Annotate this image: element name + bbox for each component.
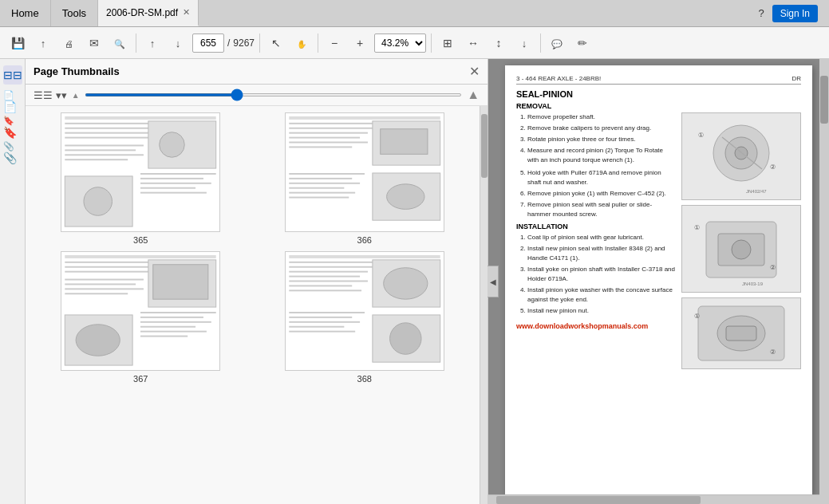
svg-text:①: ① bbox=[694, 224, 700, 231]
zoom-out-button[interactable] bbox=[323, 32, 345, 54]
thumbnail-368[interactable]: 368 bbox=[256, 251, 474, 384]
zoom-in-icon bbox=[357, 37, 363, 49]
cursor-icon bbox=[271, 37, 281, 49]
cursor-tool-button[interactable] bbox=[265, 32, 287, 54]
upload-button[interactable] bbox=[32, 32, 54, 54]
fit-width-icon bbox=[468, 37, 479, 49]
document-right-scrollbar[interactable] bbox=[819, 59, 829, 504]
svg-rect-26 bbox=[289, 137, 360, 139]
svg-rect-28 bbox=[289, 146, 352, 148]
thumbnail-365[interactable]: 365 bbox=[32, 112, 250, 245]
svg-rect-10 bbox=[65, 154, 144, 156]
scroll-up-button[interactable] bbox=[141, 32, 164, 54]
page-sidebar-button[interactable]: 📄 bbox=[3, 91, 22, 110]
zoom-in-button[interactable] bbox=[349, 32, 371, 54]
document-scroll-area[interactable]: 3 - 464 REAR AXLE - 24BRB! DR SEAL-PINIO… bbox=[488, 59, 829, 494]
page-input-group: / 9267 bbox=[192, 33, 255, 53]
thumbnail-label-366: 366 bbox=[357, 235, 372, 245]
svg-point-49 bbox=[76, 325, 120, 356]
slider-row: ☰ ▾ ▲ ▲ bbox=[26, 85, 488, 106]
document-bottom-scrollbar[interactable] bbox=[488, 494, 829, 504]
thumbnail-sidebar-button[interactable]: ⊟ bbox=[3, 65, 22, 85]
search-icon bbox=[114, 37, 125, 49]
thumbnail-image-367 bbox=[61, 251, 220, 371]
mail-button[interactable] bbox=[83, 32, 105, 54]
svg-rect-71 bbox=[289, 321, 360, 323]
svg-rect-43 bbox=[153, 265, 208, 299]
comment-button[interactable] bbox=[546, 32, 568, 54]
svg-rect-65 bbox=[289, 285, 352, 286]
download-icon bbox=[522, 37, 527, 49]
svg-rect-14 bbox=[140, 173, 216, 175]
thumbnails-scrollbar[interactable] bbox=[480, 106, 488, 504]
svg-rect-45 bbox=[65, 283, 136, 285]
document-page: 3 - 464 REAR AXLE - 24BRB! DR SEAL-PINIO… bbox=[505, 65, 812, 494]
document-bottom-scrollbar-thumb bbox=[496, 496, 701, 504]
svg-rect-57 bbox=[289, 255, 440, 258]
page-number-input[interactable] bbox=[192, 33, 224, 53]
bookmark-icon: 🔖 bbox=[3, 113, 22, 139]
home-tab[interactable]: Home bbox=[0, 0, 51, 26]
zoom-select[interactable]: 43.2% 50% 75% 100% bbox=[374, 33, 426, 53]
print-icon bbox=[65, 37, 73, 49]
fit-page-button[interactable] bbox=[436, 32, 459, 54]
thumbnail-size-slider[interactable] bbox=[85, 93, 463, 96]
svg-rect-18 bbox=[140, 192, 207, 194]
save-button[interactable] bbox=[6, 32, 29, 54]
print-button[interactable] bbox=[57, 32, 80, 54]
svg-rect-16 bbox=[140, 183, 211, 184]
svg-rect-8 bbox=[65, 144, 144, 146]
svg-rect-33 bbox=[289, 183, 360, 184]
help-button[interactable] bbox=[758, 7, 764, 19]
fit-width-button[interactable] bbox=[462, 32, 484, 54]
save-icon bbox=[11, 37, 25, 49]
upload-icon bbox=[41, 37, 46, 49]
svg-rect-51 bbox=[140, 317, 203, 318]
close-tab-button[interactable]: ✕ bbox=[183, 7, 190, 18]
svg-point-7 bbox=[160, 132, 185, 158]
svg-text:②: ② bbox=[770, 163, 776, 171]
svg-rect-35 bbox=[289, 192, 355, 194]
sep-4 bbox=[431, 33, 432, 53]
search-button[interactable] bbox=[109, 32, 131, 54]
svg-rect-52 bbox=[140, 321, 211, 323]
svg-rect-69 bbox=[289, 312, 365, 313]
svg-rect-32 bbox=[289, 178, 352, 179]
svg-rect-15 bbox=[140, 178, 203, 179]
svg-rect-36 bbox=[289, 197, 349, 199]
attachment-sidebar-button[interactable]: 📎 bbox=[3, 142, 22, 161]
thumbnail-366[interactable]: 366 bbox=[256, 112, 474, 245]
svg-text:①: ① bbox=[694, 313, 700, 320]
fit-height-icon bbox=[496, 37, 502, 49]
thumbnails-scroll[interactable]: 365 bbox=[26, 106, 480, 504]
bookmark-sidebar-button[interactable]: 🔖 bbox=[3, 116, 22, 136]
svg-rect-92 bbox=[726, 326, 756, 341]
svg-text:②: ② bbox=[770, 348, 776, 356]
svg-rect-64 bbox=[289, 281, 368, 282]
fit-height-button[interactable] bbox=[488, 32, 510, 54]
thumbnail-size-large-icon: ▲ bbox=[467, 88, 480, 102]
svg-text:②: ② bbox=[770, 264, 776, 271]
svg-text:①: ① bbox=[698, 132, 704, 139]
chevron-down-icon: ▾ bbox=[56, 89, 67, 101]
page-icon: 📄 bbox=[3, 88, 22, 113]
thumbnails-close-button[interactable]: ✕ bbox=[469, 64, 480, 79]
view-options-button[interactable]: ☰ ▾ bbox=[34, 89, 67, 101]
tools-tab[interactable]: Tools bbox=[51, 0, 98, 26]
file-tab[interactable]: 2006-DR-SM.pdf ✕ bbox=[98, 0, 199, 26]
sign-in-button[interactable]: Sign In bbox=[772, 5, 818, 22]
svg-rect-24 bbox=[380, 129, 427, 155]
svg-rect-53 bbox=[140, 326, 195, 328]
document-header: 3 - 464 REAR AXLE - 24BRB! DR bbox=[516, 75, 801, 85]
thumbnail-label-368: 368 bbox=[357, 374, 372, 384]
comment-icon bbox=[551, 37, 563, 49]
main-area: ⊟ 📄 🔖 📎 Page Thumbnails ✕ ☰ ▾ ▲ ▲ bbox=[0, 59, 829, 504]
pen-button[interactable] bbox=[571, 32, 594, 54]
panel-collapse-button[interactable]: ◀ bbox=[488, 266, 499, 297]
thumbnail-367[interactable]: 367 bbox=[32, 251, 250, 384]
sep-3 bbox=[318, 33, 318, 53]
download-button[interactable] bbox=[513, 32, 535, 54]
scroll-down-button[interactable] bbox=[167, 32, 189, 54]
hand-tool-button[interactable] bbox=[290, 32, 313, 54]
svg-point-30 bbox=[386, 184, 424, 210]
